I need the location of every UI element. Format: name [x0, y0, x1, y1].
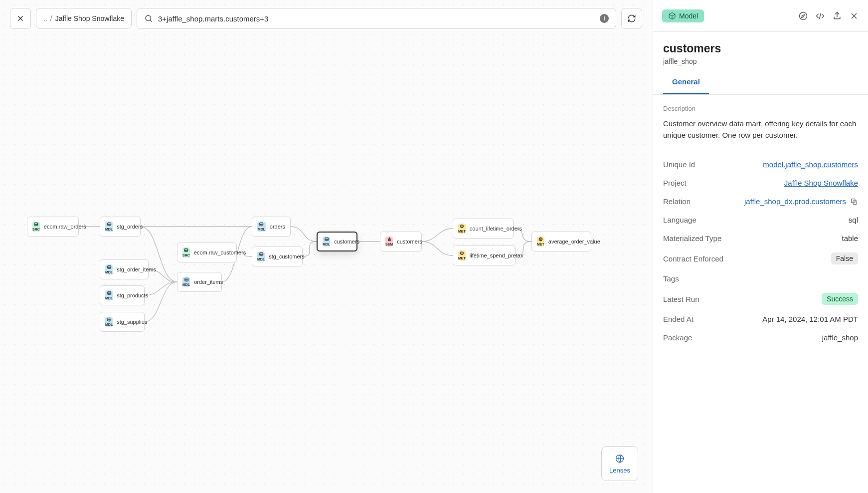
- breadcrumb[interactable]: .. / Jaffle Shop Snowflake: [36, 8, 132, 29]
- mdl-badge-icon: ⛁MDL: [105, 290, 113, 300]
- refresh-icon: [627, 14, 636, 23]
- lenses-label: Lenses: [609, 467, 630, 474]
- language-value: sql: [849, 216, 858, 224]
- relation-value-wrap: jaffle_shop_dx.prod.customers: [744, 197, 858, 206]
- panel-header-actions: [798, 11, 859, 21]
- mdl-badge-icon: ⛁MDL: [257, 222, 266, 232]
- lenses-button[interactable]: Lenses: [601, 446, 638, 481]
- node-label: ecom.raw_orders: [44, 224, 86, 230]
- language-label: Language: [663, 216, 696, 224]
- met-badge-icon: ⚙MET: [458, 250, 466, 260]
- search-bar: i: [137, 8, 616, 29]
- properties-list: Unique Idmodel.jaffle_shop.customers Pro…: [663, 155, 858, 347]
- node-order_items[interactable]: ⛁MDLorder_items: [177, 272, 222, 292]
- lineage-canvas[interactable]: .. / Jaffle Shop Snowflake i ⛁SRCecom.ra…: [0, 0, 652, 493]
- node-label: orders: [270, 224, 285, 230]
- unique-id-value[interactable]: model.jaffle_shop.customers: [763, 160, 858, 169]
- mdl-badge-icon: ⛁MDL: [105, 264, 113, 274]
- breadcrumb-prefix: ..: [43, 14, 47, 22]
- node-customers[interactable]: ⛁MDLcustomers: [317, 232, 357, 251]
- panel-header: Model: [653, 0, 868, 32]
- search-input[interactable]: [158, 14, 595, 23]
- src-badge-icon: ⛁SRC: [32, 222, 40, 232]
- sem-badge-icon: ⋔SEM: [385, 237, 393, 246]
- top-toolbar: .. / Jaffle Shop Snowflake i: [10, 8, 642, 29]
- node-customers_sem[interactable]: ⋔SEMcustomers: [380, 232, 422, 251]
- node-label: ecom.raw_customers: [194, 249, 246, 255]
- materialized-label: Materialized Type: [663, 234, 721, 243]
- node-stg_customers[interactable]: ⛁MDLstg_customers: [252, 246, 303, 266]
- node-stg_supplies[interactable]: ⛁MDLstg_supplies: [100, 312, 145, 332]
- latest-run-value: Success: [822, 293, 858, 305]
- close-button[interactable]: [10, 8, 31, 29]
- node-label: stg_customers: [269, 253, 305, 259]
- mdl-badge-icon: ⛁MDL: [182, 277, 190, 287]
- met-badge-icon: ⚙MET: [458, 224, 466, 234]
- lens-icon: [615, 454, 625, 464]
- node-label: customers: [334, 239, 359, 245]
- panel-title-block: customers jaffle_shop: [653, 32, 868, 69]
- node-stg_products[interactable]: ⛁MDLstg_products: [100, 285, 145, 305]
- relation-value[interactable]: jaffle_shop_dx.prod.customers: [744, 197, 846, 206]
- mdl-badge-icon: ⛁MDL: [257, 251, 265, 261]
- node-label: stg_orders: [117, 224, 143, 230]
- refresh-button[interactable]: [621, 8, 642, 29]
- svg-point-0: [146, 15, 151, 21]
- node-label: order_items: [194, 279, 223, 285]
- panel-body: Description Customer overview data mart,…: [653, 95, 868, 347]
- cube-icon: [668, 12, 676, 20]
- type-chip-label: Model: [679, 12, 698, 20]
- node-label: stg_products: [117, 292, 148, 298]
- unique-id-label: Unique Id: [663, 160, 695, 169]
- node-stg_order_items[interactable]: ⛁MDLstg_order_items: [100, 259, 149, 279]
- panel-subtitle: jaffle_shop: [663, 57, 858, 65]
- contract-value: False: [831, 252, 858, 264]
- mdl-badge-icon: ⛁MDL: [105, 317, 113, 327]
- node-ecom_raw_customers[interactable]: ⛁SRCecom.raw_customers: [177, 243, 237, 262]
- info-icon[interactable]: i: [600, 14, 609, 23]
- node-stg_orders[interactable]: ⛁MDLstg_orders: [100, 217, 141, 237]
- breadcrumb-current: Jaffle Shop Snowflake: [55, 14, 124, 22]
- node-label: lifetime_spend_pretax: [470, 252, 523, 258]
- description-text: Customer overview data mart, offering ke…: [663, 118, 858, 151]
- project-value[interactable]: Jaffle Shop Snowflake: [784, 179, 858, 187]
- share-icon[interactable]: [832, 11, 842, 21]
- latest-run-label: Latest Run: [663, 295, 699, 303]
- node-label: stg_supplies: [117, 319, 147, 325]
- node-lifetime_spend_pretax[interactable]: ⚙METlifetime_spend_pretax: [453, 246, 516, 265]
- type-chip: Model: [662, 9, 704, 22]
- node-average_order_value[interactable]: ⚙METaverage_order_value: [531, 232, 591, 251]
- node-label: count_lifetime_orders: [470, 226, 522, 232]
- node-label: customers: [397, 239, 422, 245]
- ended-at-value: Apr 14, 2024, 12:01 AM PDT: [762, 315, 858, 323]
- contract-label: Contract Enforced: [663, 254, 723, 263]
- breadcrumb-sep: /: [50, 14, 52, 22]
- package-value: jaffle_shop: [822, 333, 858, 342]
- src-badge-icon: ⛁SRC: [182, 247, 190, 257]
- node-ecom_raw_orders[interactable]: ⛁SRCecom.raw_orders: [27, 217, 79, 237]
- met-badge-icon: ⚙MET: [537, 237, 544, 246]
- node-label: average_order_value: [548, 239, 600, 245]
- mdl-badge-icon: ⛁MDL: [323, 237, 330, 246]
- svg-point-2: [800, 12, 807, 19]
- close-icon: [16, 14, 25, 23]
- relation-label: Relation: [663, 197, 691, 206]
- node-label: stg_order_items: [117, 266, 156, 272]
- code-icon[interactable]: [815, 11, 825, 21]
- tab-general[interactable]: General: [663, 69, 709, 94]
- node-orders[interactable]: ⛁MDLorders: [252, 217, 291, 237]
- materialized-value: table: [842, 234, 858, 243]
- package-label: Package: [663, 333, 692, 342]
- tags-label: Tags: [663, 274, 679, 283]
- node-count_lifetime_orders[interactable]: ⚙METcount_lifetime_orders: [453, 219, 514, 239]
- close-panel-icon[interactable]: [849, 11, 859, 21]
- description-label: Description: [663, 105, 858, 112]
- mdl-badge-icon: ⛁MDL: [105, 222, 113, 232]
- panel-title: customers: [663, 42, 858, 55]
- search-icon: [144, 14, 153, 23]
- panel-tabs: General: [653, 69, 868, 95]
- compass-icon[interactable]: [798, 11, 808, 21]
- copy-icon[interactable]: [850, 198, 858, 206]
- project-label: Project: [663, 179, 687, 187]
- ended-at-label: Ended At: [663, 315, 694, 323]
